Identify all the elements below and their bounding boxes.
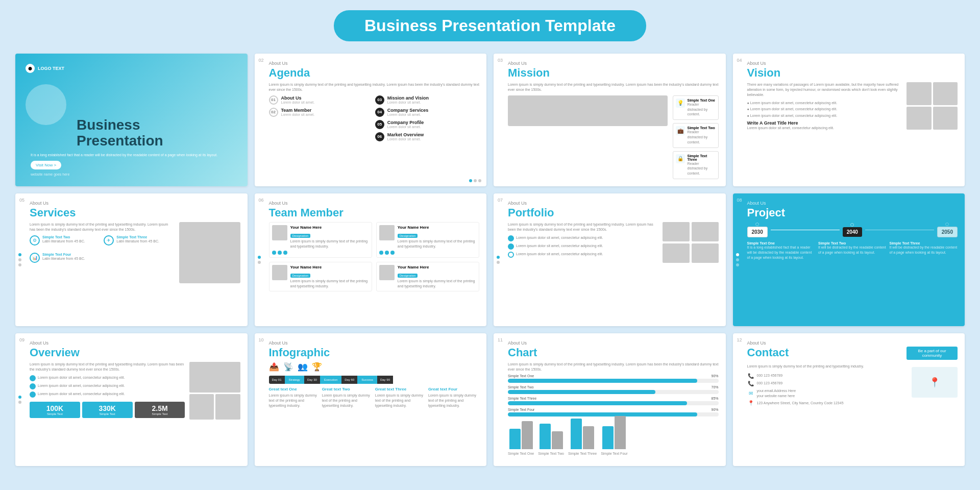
left-dot-1 bbox=[18, 396, 21, 399]
slide-4-vision[interactable]: 04 About Us Vision There are many variat… bbox=[733, 54, 965, 186]
overview-images bbox=[189, 362, 240, 420]
check-item-2: Lorem ipsum dolor sit amet, consectetur … bbox=[508, 243, 658, 250]
mission-box-3: 🔒 Simple Text ThreeReader distracted by … bbox=[673, 151, 719, 179]
about-label: About Us bbox=[269, 340, 480, 346]
check-2: Lorem ipsum dolor sit amet, consectetur … bbox=[30, 383, 185, 389]
slide-11-chart[interactable]: 11 About Us Chart Lorem ipsum is simply … bbox=[494, 333, 726, 466]
progress-bars: Simple Text One90% Simple Text Two70% Si… bbox=[508, 374, 719, 416]
left-dot-2 bbox=[497, 261, 500, 264]
team-grid: Your Name Here Designation Lorem ipsum i… bbox=[269, 222, 480, 291]
contact-banner: Be a part of our community bbox=[906, 347, 958, 360]
slide-number: 05 bbox=[19, 198, 24, 203]
check-icon-1 bbox=[30, 375, 36, 381]
agenda-num-1: 01 bbox=[269, 95, 278, 105]
prog-row-3: Simple Text Three85% bbox=[508, 397, 719, 405]
overview-title: Overview bbox=[30, 347, 240, 359]
left-dot-2 bbox=[18, 258, 21, 261]
info-col-4: Great text Four Lorem ipsum is simply du… bbox=[428, 387, 479, 408]
contact-map-area: 📍 bbox=[912, 364, 958, 408]
bar-label-1: Simple Text One bbox=[508, 451, 534, 456]
visit-button[interactable]: Visit Now > bbox=[31, 161, 61, 169]
check-icon-3 bbox=[30, 391, 36, 398]
info-col-1: Great text One Lorem ipsum is simply dum… bbox=[269, 387, 320, 408]
agenda-num-5: 05 bbox=[375, 120, 384, 129]
about-label: About Us bbox=[269, 201, 480, 206]
slide-8-project[interactable]: 08 About Us Project ⬡ 2030 ⬡ 2040 ⬡ 2050 bbox=[733, 193, 965, 326]
agenda-title: Agenda bbox=[269, 67, 480, 79]
team-card-3: Your Name Here Designation Lorem ipsum i… bbox=[269, 262, 372, 292]
prog-fill-1 bbox=[508, 379, 697, 383]
team-name-1: Your Name Here bbox=[290, 225, 369, 230]
slide-2-agenda[interactable]: 02 About Us Agenda Lorem ipsum is simply… bbox=[255, 54, 487, 186]
dot-3 bbox=[478, 179, 481, 182]
check-icon-1 bbox=[508, 235, 514, 241]
about-label: About Us bbox=[747, 61, 958, 66]
infographic-icons: 📤 📡 👥 🏆 bbox=[269, 362, 480, 372]
nav-dots bbox=[469, 179, 481, 182]
slide-1-cover[interactable]: ● LOGO TEXT Business Presentation It is … bbox=[15, 54, 248, 186]
slide-10-infographic[interactable]: 10 About Us Infographic 📤 📡 👥 🏆 Day 01 S… bbox=[255, 333, 487, 466]
agenda-num-3: 03 bbox=[375, 95, 384, 105]
service-item-2: ✈ Simple Text ThreeLatin literature from… bbox=[104, 235, 175, 246]
left-dot-2 bbox=[736, 258, 739, 261]
team-title: Team Member bbox=[269, 207, 480, 219]
social-icon-6 bbox=[390, 251, 395, 255]
services-desc: Lorem ipsum is simply dummy text of the … bbox=[30, 222, 175, 232]
team-card-4: Your Name Here Designation Lorem ipsum i… bbox=[376, 262, 479, 292]
project-items: Simple Text One It is a long established… bbox=[747, 241, 958, 260]
info-col-3: Great text Three Lorem ipsum is simply d… bbox=[375, 387, 426, 408]
slide-number: 10 bbox=[259, 337, 264, 342]
slide-5-services[interactable]: 05 About Us Services Lorem ipsum is simp… bbox=[15, 193, 248, 326]
mission-title: Mission bbox=[508, 67, 719, 79]
vision-images bbox=[906, 82, 958, 131]
slide-7-portfolio[interactable]: 07 About Us Portfolio Lorem ipsum is sim… bbox=[494, 193, 726, 326]
decorative-circle bbox=[26, 84, 66, 125]
slide-3-mission[interactable]: 03 About Us Mission Lorem ipsum is simpl… bbox=[494, 54, 726, 186]
agenda-num-2: 02 bbox=[269, 108, 278, 117]
mission-box-1: 💡 Simple Text OneReader distracted by co… bbox=[673, 95, 719, 120]
agenda-num-6: 06 bbox=[375, 132, 384, 141]
vision-img-2 bbox=[933, 82, 958, 105]
phone-icon-2: 📞 bbox=[747, 381, 754, 386]
vision-title: Vision bbox=[747, 67, 958, 79]
services-content: Lorem ipsum is simply dummy text of the … bbox=[30, 222, 240, 283]
team-photo-2 bbox=[379, 225, 395, 240]
vision-extra: Lorem ipsum dolor sit amet, consectetur … bbox=[747, 126, 903, 131]
dot-2 bbox=[474, 179, 477, 182]
team-photo-4 bbox=[379, 265, 395, 280]
project-item-3: Simple Text Three It will be distracted … bbox=[890, 241, 958, 260]
contact-info: 📞 000 123 456789 📞 000 123 456789 ✉ your… bbox=[747, 373, 908, 406]
slide-6-team[interactable]: 06 About Us Team Member Your Name Here D… bbox=[255, 193, 487, 326]
left-dots bbox=[18, 396, 21, 404]
chart-desc: Lorem ipsum is simply dummy text of the … bbox=[508, 362, 719, 372]
slide-number: 09 bbox=[19, 337, 24, 342]
portfolio-images bbox=[663, 222, 719, 263]
social-icon-2 bbox=[278, 251, 282, 255]
contact-phone-1: 📞 000 123 456789 bbox=[747, 373, 908, 379]
logo-icon: ● bbox=[26, 64, 35, 73]
contact-address: 📍 123 Anywhere Street, City Name, Countr… bbox=[747, 400, 908, 406]
team-card-2: Your Name Here Designation Lorem ipsum i… bbox=[376, 222, 479, 258]
service-item-3: 📊 Simple Text FourLatin literature from … bbox=[30, 253, 101, 263]
email-icon: ✉ bbox=[747, 390, 754, 396]
overview-content: Lorem ipsum is simply dummy text of the … bbox=[30, 362, 240, 420]
portfolio-img-4 bbox=[692, 243, 719, 263]
slide-12-contact[interactable]: 12 About Us Contact Be a part of our com… bbox=[733, 333, 965, 466]
slide-9-overview[interactable]: 09 About Us Overview Lorem ipsum is simp… bbox=[15, 333, 248, 466]
contact-phone-2: 📞 000 123 456789 bbox=[747, 381, 908, 386]
slide-number: 06 bbox=[259, 198, 264, 203]
bar-4a bbox=[602, 426, 614, 449]
vision-img-3 bbox=[906, 107, 932, 130]
left-dot-2 bbox=[258, 261, 261, 264]
tbar-execution: Execution bbox=[320, 376, 341, 384]
team-photo-3 bbox=[272, 265, 287, 280]
about-label: About Us bbox=[269, 61, 480, 66]
tbar-success: Success bbox=[357, 376, 377, 384]
left-dots bbox=[497, 256, 500, 264]
contact-map: 📍 bbox=[912, 367, 958, 398]
bar-group-1: Simple Text One bbox=[508, 421, 534, 456]
agenda-num-4: 04 bbox=[375, 108, 384, 117]
timeline-2030: ⬡ 2030 bbox=[747, 222, 768, 237]
agenda-item-4: 04 Company Services Lorem dolor sit amet… bbox=[375, 108, 479, 117]
left-dot-3 bbox=[736, 263, 739, 266]
